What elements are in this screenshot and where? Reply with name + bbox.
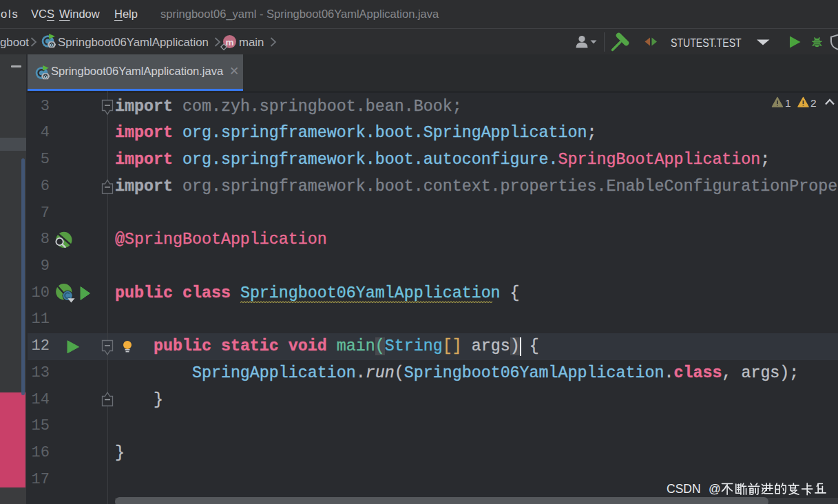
svg-text:2: 2 bbox=[810, 97, 817, 109]
svg-text:m: m bbox=[225, 37, 233, 48]
svg-text:1: 1 bbox=[785, 97, 791, 109]
